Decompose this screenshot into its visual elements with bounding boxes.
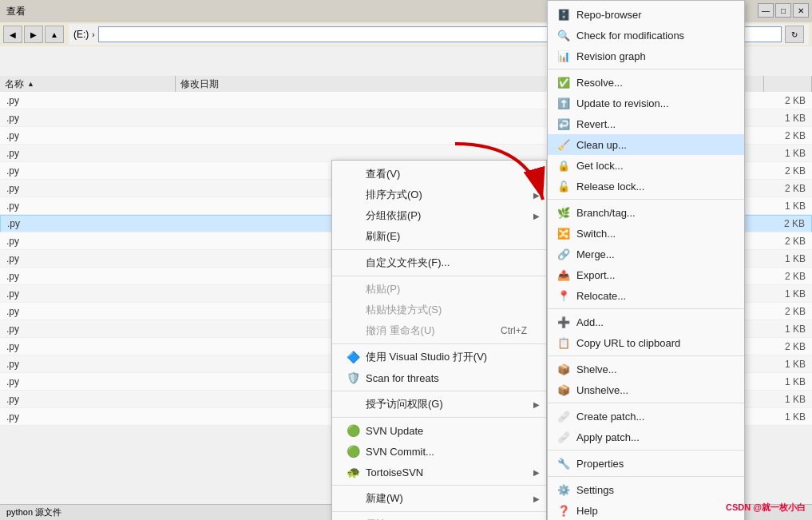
file-name: .py <box>6 253 182 264</box>
menu-item-repo_browser[interactable]: 🗄️Repo-browser <box>548 4 744 25</box>
menu-item-revision_graph[interactable]: 📊Revision graph <box>548 46 744 66</box>
watermark: CSDN @就一枚小白 <box>726 502 806 514</box>
menu-item-view[interactable]: 查看(V)▶ <box>332 164 546 185</box>
breadcrumb-arrow: › <box>92 30 94 39</box>
vs-icon: 🔷 <box>345 349 361 365</box>
maximize-button[interactable]: □ <box>775 3 791 18</box>
file-size: 1 KB <box>758 376 806 387</box>
menu-label: Revision graph <box>576 50 646 62</box>
shelve-icon: 📦 <box>556 361 572 377</box>
menu-label: Merge... <box>576 248 615 260</box>
empty-icon <box>345 255 361 271</box>
menu-item-shelve[interactable]: 📦Shelve... <box>548 359 744 379</box>
menu-item-copy_url[interactable]: 📋Copy URL to clipboard <box>548 332 744 353</box>
revert-icon: ↩️ <box>556 116 572 132</box>
menu-item-export[interactable]: 📤Export... <box>548 264 744 285</box>
menu-item-svn_update[interactable]: 🟢SVN Update <box>332 420 546 441</box>
properties-icon: 🔧 <box>556 455 572 471</box>
file-size: 2 KB <box>758 165 806 177</box>
relocate-icon: 📍 <box>556 288 572 304</box>
menu-item-settings[interactable]: ⚙️Settings <box>548 479 744 500</box>
menu-label: Apply patch... <box>576 431 640 443</box>
file-size: 1 KB <box>758 359 806 370</box>
submenu-arrow: ▶ <box>533 400 540 409</box>
menu-item-properties[interactable]: 属性(R) <box>332 514 546 520</box>
menu-separator <box>332 511 546 512</box>
minimize-button[interactable]: — <box>758 3 774 18</box>
shield-icon: 🛡️ <box>345 370 361 386</box>
menu-item-group[interactable]: 分组依据(P)▶ <box>332 205 546 226</box>
menu-item-merge[interactable]: 🔗Merge... <box>548 244 744 264</box>
menu-item-refresh[interactable]: 刷新(E) <box>332 226 546 247</box>
menu-separator <box>332 485 546 486</box>
menu-item-branch_tag[interactable]: 🌿Branch/tag... <box>548 202 744 223</box>
menu-item-create_patch[interactable]: 🩹Create patch... <box>548 406 744 427</box>
menu-item-custom_folder[interactable]: 自定义文件夹(F)... <box>332 252 546 273</box>
menu-item-update_rev[interactable]: ⬆️Update to revision... <box>548 93 744 113</box>
col-header-size[interactable] <box>764 76 812 92</box>
menu-item-permissions[interactable]: 授予访问权限(G)▶ <box>332 394 546 415</box>
file-name: .py <box>6 306 182 317</box>
check-icon: 🔍 <box>556 27 572 43</box>
branch-icon: 🌿 <box>556 204 572 220</box>
menu-item-check_mods[interactable]: 🔍Check for modifications <box>548 25 744 46</box>
menu-item-help[interactable]: ❓Help <box>548 500 744 520</box>
unshelve-icon: 📦 <box>556 382 572 398</box>
back-button[interactable]: ◀ <box>3 26 22 43</box>
empty-icon <box>345 396 361 412</box>
file-size: 2 KB <box>758 183 806 194</box>
menu-item-paste_shortcut: 粘贴快捷方式(S) <box>332 300 546 320</box>
forward-button[interactable]: ▶ <box>24 26 43 43</box>
menu-label: Repo-browser <box>576 9 642 21</box>
close-button[interactable]: ✕ <box>793 3 809 18</box>
file-size: 1 KB <box>758 148 806 159</box>
menu-separator <box>548 476 744 477</box>
menu-item-svn_commit[interactable]: 🟢SVN Commit... <box>332 441 546 462</box>
menu-item-relocate[interactable]: 📍Relocate... <box>548 285 744 306</box>
menu-item-sort[interactable]: 排序方式(O)▶ <box>332 185 546 205</box>
menu-item-get_lock[interactable]: 🔒Get lock... <box>548 155 744 176</box>
up-button[interactable]: ▲ <box>45 26 64 43</box>
menu-label: Create patch... <box>576 411 644 423</box>
menu-item-properties[interactable]: 🔧Properties <box>548 453 744 474</box>
menu-item-cleanup[interactable]: 🧹Clean up... <box>548 134 744 155</box>
file-size: 2 KB <box>758 130 806 141</box>
menu-label: Branch/tag... <box>576 207 636 219</box>
menu-item-scan[interactable]: 🛡️Scan for threats <box>332 367 546 388</box>
menu-separator <box>332 249 546 250</box>
menu-separator <box>548 355 744 356</box>
menu-item-resolve[interactable]: ✅Resolve... <box>548 72 744 93</box>
menu-item-add[interactable]: ➕Add... <box>548 312 744 332</box>
menu-item-switch[interactable]: 🔀Switch... <box>548 223 744 244</box>
export-icon: 📤 <box>556 267 572 283</box>
menu-label: 粘贴快捷方式(S) <box>366 303 442 317</box>
menu-item-apply_patch[interactable]: 🩹Apply patch... <box>548 427 744 447</box>
file-name: .py <box>6 394 182 405</box>
explorer-title-text: 查看 <box>6 5 26 18</box>
drive-label: (E:) <box>73 29 89 40</box>
file-size: 2 KB <box>757 218 805 229</box>
patch-icon: 🩹 <box>556 408 572 424</box>
file-size: 1 KB <box>758 253 806 264</box>
file-name: .py <box>6 288 182 300</box>
col-header-name[interactable]: 名称 ▲ <box>0 76 176 92</box>
menu-label: Release lock... <box>576 181 644 193</box>
menu-item-new[interactable]: 新建(W)▶ <box>332 488 546 509</box>
menu-item-unshelve[interactable]: 📦Unshelve... <box>548 379 744 400</box>
menu-label: Revert... <box>576 118 616 130</box>
refresh-btn[interactable]: ↻ <box>785 26 804 43</box>
menu-label: 新建(W) <box>366 491 403 506</box>
menu-item-vs[interactable]: 🔷使用 Visual Studio 打开(V) <box>332 347 546 367</box>
apply_patch-icon: 🩹 <box>556 429 572 445</box>
file-size: 1 KB <box>758 394 806 405</box>
file-name: .py <box>6 359 182 370</box>
submenu-arrow: ▶ <box>533 170 540 179</box>
menu-label: Scan for threats <box>366 372 439 384</box>
menu-item-revert[interactable]: ↩️Revert... <box>548 113 744 134</box>
copy_url-icon: 📋 <box>556 335 572 351</box>
switch-icon: 🔀 <box>556 225 572 241</box>
empty-icon <box>345 517 361 520</box>
menu-item-tortoise_svn[interactable]: 🐢TortoiseSVN▶ <box>332 462 546 482</box>
menu-item-release_lock[interactable]: 🔓Release lock... <box>548 176 744 196</box>
update-icon: ⬆️ <box>556 95 572 111</box>
